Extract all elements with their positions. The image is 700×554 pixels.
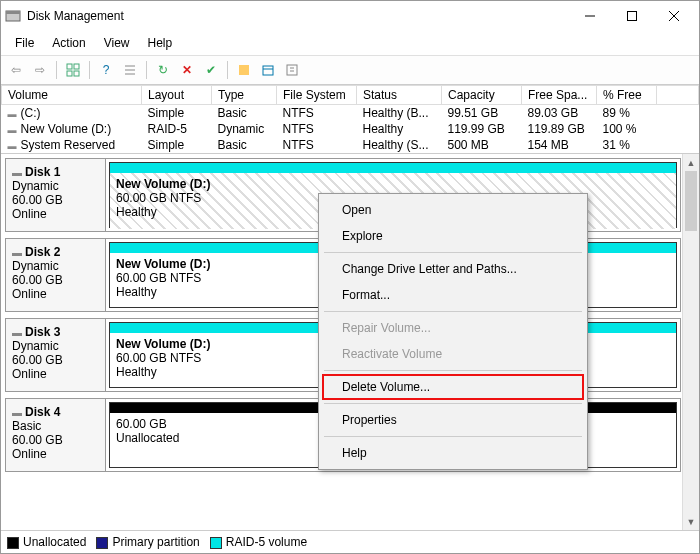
- cm-change-letter[interactable]: Change Drive Letter and Paths...: [322, 256, 584, 282]
- disk-info[interactable]: Disk 2Dynamic60.00 GBOnline: [6, 239, 106, 311]
- svg-rect-3: [628, 12, 637, 21]
- cell-volume: System Reserved: [2, 137, 142, 153]
- col-pct[interactable]: % Free: [597, 86, 657, 105]
- volume-row[interactable]: New Volume (D:)RAID-5DynamicNTFSHealthy1…: [2, 121, 699, 137]
- disk-status: Online: [12, 447, 99, 461]
- svg-rect-1: [6, 11, 20, 14]
- cell-pct: 31 %: [597, 137, 657, 153]
- menu-view[interactable]: View: [96, 33, 138, 53]
- disk-type: Dynamic: [12, 259, 99, 273]
- list-icon[interactable]: [119, 59, 141, 81]
- svg-rect-8: [67, 71, 72, 76]
- cell-layout: Simple: [142, 137, 212, 153]
- cell-capacity: 99.51 GB: [442, 105, 522, 122]
- volume-row[interactable]: System ReservedSimpleBasicNTFSHealthy (S…: [2, 137, 699, 153]
- window-title: Disk Management: [27, 9, 569, 23]
- disk-type: Basic: [12, 419, 99, 433]
- cm-properties[interactable]: Properties: [322, 407, 584, 433]
- calendar-icon[interactable]: [257, 59, 279, 81]
- cell-volume: New Volume (D:): [2, 121, 142, 137]
- cell-layout: RAID-5: [142, 121, 212, 137]
- properties-icon[interactable]: [281, 59, 303, 81]
- col-type[interactable]: Type: [212, 86, 277, 105]
- disk-status: Online: [12, 367, 99, 381]
- cell-status: Healthy: [357, 121, 442, 137]
- cm-explore[interactable]: Explore: [322, 223, 584, 249]
- cell-status: Healthy (S...: [357, 137, 442, 153]
- disk-info[interactable]: Disk 1Dynamic60.00 GBOnline: [6, 159, 106, 231]
- cell-type: Dynamic: [212, 121, 277, 137]
- col-layout[interactable]: Layout: [142, 86, 212, 105]
- disk-size: 60.00 GB: [12, 353, 99, 367]
- col-free[interactable]: Free Spa...: [522, 86, 597, 105]
- disk-info[interactable]: Disk 4Basic60.00 GBOnline: [6, 399, 106, 471]
- cm-separator: [324, 252, 582, 253]
- cell-type: Basic: [212, 137, 277, 153]
- disk-info[interactable]: Disk 3Dynamic60.00 GBOnline: [6, 319, 106, 391]
- disk-name: Disk 2: [12, 245, 99, 259]
- scrollbar[interactable]: ▲ ▼: [682, 154, 699, 530]
- views-icon[interactable]: [62, 59, 84, 81]
- disk-size: 60.00 GB: [12, 193, 99, 207]
- col-volume[interactable]: Volume: [2, 86, 142, 105]
- app-icon: [5, 8, 21, 24]
- disk-status: Online: [12, 207, 99, 221]
- legend-unallocated: Unallocated: [7, 535, 86, 549]
- svg-rect-6: [67, 64, 72, 69]
- scrollbar-thumb[interactable]: [685, 171, 697, 231]
- cell-pct: 100 %: [597, 121, 657, 137]
- disk-size: 60.00 GB: [12, 273, 99, 287]
- close-button[interactable]: [653, 2, 695, 30]
- refresh-icon[interactable]: ↻: [152, 59, 174, 81]
- cm-format[interactable]: Format...: [322, 282, 584, 308]
- cell-status: Healthy (B...: [357, 105, 442, 122]
- cm-delete-volume[interactable]: Delete Volume...: [322, 374, 584, 400]
- toolbar-separator: [56, 61, 57, 79]
- menu-file[interactable]: File: [7, 33, 42, 53]
- cell-capacity: 500 MB: [442, 137, 522, 153]
- cell-pct: 89 %: [597, 105, 657, 122]
- cm-repair: Repair Volume...: [322, 315, 584, 341]
- cell-type: Basic: [212, 105, 277, 122]
- menu-help[interactable]: Help: [140, 33, 181, 53]
- cell-fs: NTFS: [277, 137, 357, 153]
- legend: Unallocated Primary partition RAID-5 vol…: [1, 530, 699, 553]
- volume-stripe: [110, 163, 676, 173]
- new-icon[interactable]: [233, 59, 255, 81]
- volume-header-row: Volume Layout Type File System Status Ca…: [2, 86, 699, 105]
- cm-open[interactable]: Open: [322, 197, 584, 223]
- col-capacity[interactable]: Capacity: [442, 86, 522, 105]
- delete-icon[interactable]: ✕: [176, 59, 198, 81]
- minimize-button[interactable]: [569, 2, 611, 30]
- forward-button[interactable]: ⇨: [29, 59, 51, 81]
- cell-fs: NTFS: [277, 105, 357, 122]
- titlebar: Disk Management: [1, 1, 699, 31]
- col-fs[interactable]: File System: [277, 86, 357, 105]
- volume-row[interactable]: (C:)SimpleBasicNTFSHealthy (B...99.51 GB…: [2, 105, 699, 122]
- svg-rect-7: [74, 64, 79, 69]
- context-menu: Open Explore Change Drive Letter and Pat…: [318, 193, 588, 470]
- legend-primary: Primary partition: [96, 535, 199, 549]
- back-button[interactable]: ⇦: [5, 59, 27, 81]
- scroll-up-icon[interactable]: ▲: [683, 154, 699, 171]
- svg-rect-14: [263, 66, 273, 75]
- maximize-button[interactable]: [611, 2, 653, 30]
- cell-layout: Simple: [142, 105, 212, 122]
- disk-size: 60.00 GB: [12, 433, 99, 447]
- cm-reactivate: Reactivate Volume: [322, 341, 584, 367]
- cell-fs: NTFS: [277, 121, 357, 137]
- toolbar-separator: [89, 61, 90, 79]
- scroll-down-icon[interactable]: ▼: [683, 513, 699, 530]
- menubar: File Action View Help: [1, 31, 699, 56]
- svg-rect-16: [287, 65, 297, 75]
- menu-action[interactable]: Action: [44, 33, 93, 53]
- cell-free: 89.03 GB: [522, 105, 597, 122]
- check-icon[interactable]: ✔: [200, 59, 222, 81]
- disk-name: Disk 4: [12, 405, 99, 419]
- cm-help[interactable]: Help: [322, 440, 584, 466]
- col-status[interactable]: Status: [357, 86, 442, 105]
- volume-list: Volume Layout Type File System Status Ca…: [1, 85, 699, 154]
- disk-type: Dynamic: [12, 339, 99, 353]
- svg-rect-13: [239, 65, 249, 75]
- help-icon[interactable]: ?: [95, 59, 117, 81]
